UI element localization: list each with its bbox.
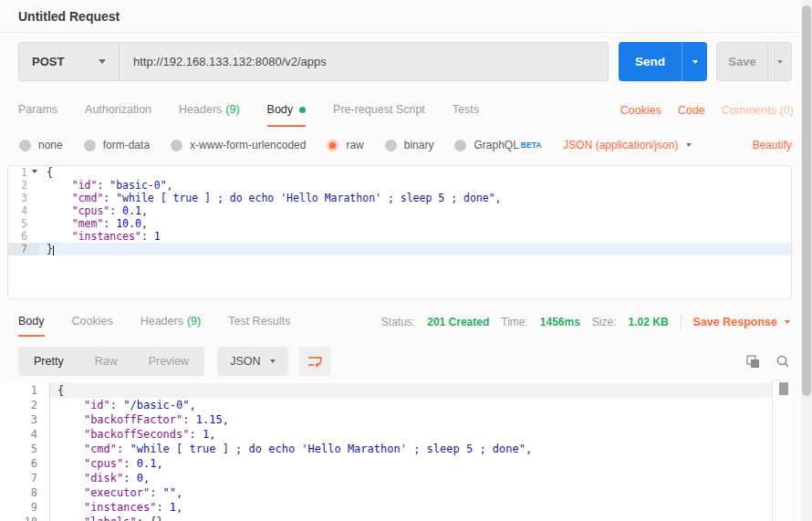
divider <box>681 314 682 330</box>
code-line[interactable]: 1{ <box>8 166 791 179</box>
code-text: { <box>39 166 791 179</box>
body-type-options: none form-data x-www-form-urlencoded raw… <box>19 131 792 159</box>
code-line[interactable]: 5 "cmd": "while [ true ] ; do echo 'Hell… <box>0 442 772 456</box>
line-number: 1 <box>8 166 39 179</box>
tab-response-cookies[interactable]: Cookies <box>72 307 113 337</box>
code-text: "backoffSeconds": 1, <box>50 427 772 442</box>
code-line[interactable]: 7 "disk": 0, <box>0 471 772 485</box>
view-pretty-button[interactable]: Pretty <box>18 347 79 376</box>
response-body-viewer[interactable]: 1{2 "id": "/basic-0",3 "backoffFactor": … <box>0 383 772 521</box>
url-input-value: http://192.168.133.132:8080/v2/apps <box>133 55 327 68</box>
beautify-link[interactable]: Beautify <box>753 139 792 151</box>
line-number: 7 <box>0 471 50 485</box>
line-number: 8 <box>0 485 50 500</box>
fold-caret-icon[interactable] <box>32 170 37 173</box>
code-line[interactable]: 4 "backoffSeconds": 1, <box>0 427 772 442</box>
response-toolbar: Pretty Raw Preview JSON <box>18 347 790 376</box>
line-number: 4 <box>0 427 50 442</box>
radio-binary-label: binary <box>404 139 434 151</box>
headers-count-badge: (9) <box>225 103 239 116</box>
tab-body[interactable]: Body <box>267 94 307 127</box>
radio-urlencoded[interactable]: x-www-form-urlencoded <box>171 139 306 151</box>
radio-urlencoded-label: x-www-form-urlencoded <box>190 139 306 151</box>
code-line[interactable]: 3 "cmd": "while [ true ] ; do echo 'Hell… <box>8 192 791 204</box>
tab-test-results-label: Test Results <box>228 315 290 328</box>
radio-raw[interactable]: raw <box>327 139 363 151</box>
request-title: Untitled Request <box>18 9 120 24</box>
response-tabs: Body Cookies Headers (9) Test Results St… <box>18 307 790 337</box>
view-raw-button[interactable]: Raw <box>79 347 133 376</box>
line-number: 4 <box>8 204 39 217</box>
save-button-group: Save <box>716 42 792 81</box>
radio-selected-icon <box>327 140 338 151</box>
tab-response-headers[interactable]: Headers (9) <box>141 307 202 337</box>
view-preview-button[interactable]: Preview <box>133 347 204 376</box>
tab-params[interactable]: Params <box>18 94 57 127</box>
radio-form-data[interactable]: form-data <box>84 139 150 151</box>
method-select[interactable]: POST <box>19 43 120 80</box>
response-scrollbar[interactable] <box>772 380 791 521</box>
radio-none[interactable]: none <box>19 139 63 151</box>
request-tabs: Params Authorization Headers (9) Body Pr… <box>18 94 794 127</box>
code-line[interactable]: 5 "mem": 10.0, <box>8 217 791 230</box>
search-icon <box>776 354 790 369</box>
search-button[interactable] <box>776 354 790 369</box>
copy-icon <box>745 354 760 369</box>
size-label: Size: <box>592 316 617 328</box>
save-button[interactable]: Save <box>717 43 767 80</box>
save-response-button[interactable]: Save Response <box>693 316 790 328</box>
save-button-label: Save <box>728 55 755 68</box>
radio-none-label: none <box>38 139 63 151</box>
line-number: 3 <box>0 412 50 427</box>
content-type-select[interactable]: JSON (application/json) <box>563 139 692 151</box>
radio-icon <box>454 140 466 151</box>
code-line[interactable]: 9 "instances": 1, <box>0 500 772 515</box>
tab-params-label: Params <box>18 103 57 116</box>
tab-authorization[interactable]: Authorization <box>85 94 151 127</box>
code-line[interactable]: 7} <box>8 243 791 255</box>
radio-icon <box>385 140 397 151</box>
code-line[interactable]: 2 "id": "basic-0", <box>8 179 791 192</box>
code-line[interactable]: 10 "labels": {}, <box>0 515 772 521</box>
send-button[interactable]: Send <box>619 42 682 81</box>
tab-body-label: Body <box>267 103 294 116</box>
code-line[interactable]: 2 "id": "/basic-0", <box>0 398 772 412</box>
code-line[interactable]: 3 "backoffFactor": 1.15, <box>0 412 772 427</box>
code-text: "backoffFactor": 1.15, <box>50 412 772 427</box>
radio-graphql[interactable]: GraphQL BETA <box>454 139 541 151</box>
radio-binary[interactable]: binary <box>385 139 434 151</box>
page-scrollbar-thumb[interactable] <box>802 5 811 396</box>
page-scrollbar[interactable] <box>801 0 812 521</box>
response-tool-icons <box>745 354 790 369</box>
tab-headers[interactable]: Headers (9) <box>179 94 240 127</box>
tab-prerequest-script[interactable]: Pre-request Script <box>333 94 425 127</box>
graphql-beta-badge: BETA <box>521 141 542 150</box>
code-line[interactable]: 4 "cpus": 0.1, <box>8 204 791 217</box>
save-options-button[interactable] <box>767 43 791 80</box>
tab-test-results[interactable]: Test Results <box>228 307 290 337</box>
code-line[interactable]: 6 "instances": 1 <box>8 230 791 243</box>
radio-raw-label: raw <box>346 139 363 151</box>
request-url-row: POST http://192.168.133.132:8080/v2/apps… <box>18 42 792 81</box>
code-link[interactable]: Code <box>678 104 705 117</box>
response-scrollbar-thumb[interactable] <box>779 382 788 395</box>
response-format-select[interactable]: JSON <box>217 347 288 376</box>
chevron-down-icon <box>785 320 790 324</box>
copy-button[interactable] <box>745 354 760 369</box>
url-input[interactable]: http://192.168.133.132:8080/v2/apps <box>120 43 608 80</box>
line-number: 5 <box>8 217 39 230</box>
comments-link[interactable]: Comments (0) <box>722 104 794 117</box>
wrap-lines-button[interactable] <box>299 347 330 376</box>
tab-authorization-label: Authorization <box>85 103 151 116</box>
code-line[interactable]: 1{ <box>0 383 772 398</box>
code-line[interactable]: 8 "executor": "", <box>0 485 772 500</box>
request-body-editor[interactable]: 1{2 "id": "basic-0",3 "cmd": "while [ tr… <box>7 165 792 299</box>
code-line[interactable]: 6 "cpus": 0.1, <box>0 456 772 471</box>
response-meta: Status: 201 Created Time: 1456ms Size: 1… <box>381 307 790 337</box>
code-text: "instances": 1, <box>50 500 772 515</box>
send-options-button[interactable] <box>682 42 707 81</box>
cookies-link[interactable]: Cookies <box>620 104 661 117</box>
tab-response-body[interactable]: Body <box>18 307 45 337</box>
tab-tests[interactable]: Tests <box>453 94 479 127</box>
body-modified-dot <box>299 107 306 113</box>
